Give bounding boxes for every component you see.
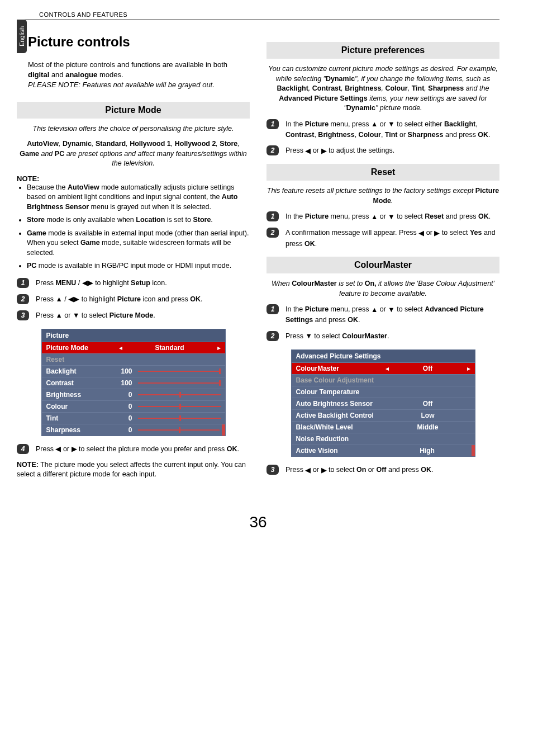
- down-arrow-icon: ▼: [73, 310, 79, 321]
- svg-text:2: 2: [21, 295, 25, 303]
- svg-text:1: 1: [271, 212, 275, 220]
- left-arrow-icon: ◀: [55, 444, 61, 455]
- left-column: Picture controls Most of the picture con…: [17, 34, 250, 485]
- intro-paragraph: Most of the picture controls and functio…: [28, 60, 250, 91]
- osd-row-contrast: Contrast100: [42, 377, 225, 389]
- scroll-down-indicator: [472, 445, 475, 456]
- down-arrow-icon: ▼: [388, 119, 394, 130]
- osd-row-active-backlight: Active Backlight ControlLow: [292, 409, 475, 421]
- osd-row-tint: Tint0: [42, 412, 225, 424]
- step-badge-1: 1: [17, 278, 29, 288]
- up-arrow-icon: ▲: [371, 119, 378, 130]
- picture-mode-tagline: This television offers the choice of per…: [17, 124, 250, 134]
- left-arrow-icon: ◀: [82, 278, 88, 289]
- right-arrow-icon: ▶: [434, 228, 440, 239]
- up-arrow-icon: ▲: [371, 305, 378, 315]
- note-item: Game mode is available in external input…: [27, 229, 250, 258]
- osd-row-backlight: Backlight100: [42, 365, 225, 377]
- osd-row-base-colour: Base Colour Adjustment: [292, 374, 475, 386]
- final-note: NOTE: The picture mode you select affect…: [17, 460, 250, 480]
- left-arrow-icon: ◂: [119, 344, 122, 352]
- right-arrow-icon: ▶: [72, 444, 77, 455]
- osd-row-active-vision: Active VisionHigh: [292, 445, 475, 456]
- colourmaster-heading: ColourMaster: [266, 257, 499, 273]
- down-arrow-icon: ▼: [388, 305, 394, 315]
- osd-row-sharpness: Sharpness0: [42, 424, 225, 436]
- svg-text:1: 1: [271, 120, 275, 128]
- note-item: Because the AutoView mode automatically …: [27, 183, 250, 212]
- up-arrow-icon: ▲: [55, 310, 62, 321]
- up-arrow-icon: ▲: [55, 294, 62, 305]
- prefs-step-2: 2 Press ◀ or ▶ to adjust the settings.: [266, 145, 499, 156]
- step-3: 3 Press ▲ or ▼ to select Picture Mode.: [17, 310, 250, 321]
- picture-mode-heading: Picture Mode: [17, 102, 250, 119]
- left-arrow-icon: ◀: [305, 465, 311, 476]
- left-arrow-icon: ◂: [386, 365, 389, 372]
- svg-text:2: 2: [270, 229, 275, 237]
- svg-text:4: 4: [21, 445, 25, 453]
- prefs-step-1: 1 In the Picture menu, press ▲ or ▼ to s…: [266, 119, 499, 140]
- step-badge-2: 2: [266, 145, 279, 155]
- osd-title: Picture: [42, 329, 225, 342]
- left-arrow-icon: ◀: [418, 228, 424, 239]
- note-label: NOTE:: [17, 174, 250, 183]
- picture-preferences-heading: Picture preferences: [266, 42, 499, 59]
- reset-desc: This feature resets all picture settings…: [266, 186, 499, 206]
- step-1: 1 Press MENU / ◀▶ to highlight Setup ico…: [17, 278, 250, 289]
- prefs-desc: You can customize current picture mode s…: [266, 64, 499, 114]
- osd-row-brightness: Brightness0: [42, 389, 225, 400]
- osd-title: Advanced Picture Settings: [292, 350, 475, 362]
- svg-text:2: 2: [270, 147, 275, 154]
- step-badge-1: 1: [266, 211, 279, 221]
- note-item: Store mode is only available when Locati…: [27, 215, 250, 225]
- step-badge-3: 3: [17, 310, 29, 320]
- cm-desc: When ColourMaster is set to On, it allow…: [266, 279, 499, 299]
- osd-row-auto-brightness: Auto Brightness SensorOff: [292, 398, 475, 409]
- step-badge-3: 3: [266, 465, 279, 475]
- step-4: 4 Press ◀ or ▶ to select the picture mod…: [17, 444, 250, 455]
- osd-row-black-white: Black/White LevelMiddle: [292, 421, 475, 433]
- svg-text:1: 1: [21, 279, 25, 287]
- notes-list: Because the AutoView mode automatically …: [27, 183, 250, 271]
- right-column: Picture preferences You can customize cu…: [266, 34, 499, 485]
- cm-step-1: 1 In the Picture menu, press ▲ or ▼ to s…: [266, 304, 499, 325]
- cm-step-3: 3 Press ◀ or ▶ to select On or Off and p…: [266, 465, 499, 475]
- left-arrow-icon: ◀: [305, 146, 311, 157]
- page-title: Picture controls: [28, 34, 250, 50]
- svg-text:2: 2: [270, 332, 275, 340]
- right-arrow-icon: ▶: [74, 294, 79, 305]
- osd-row-colour: Colour0: [42, 400, 225, 412]
- right-arrow-icon: ▶: [321, 465, 327, 476]
- osd-row-reset: Reset: [42, 353, 225, 365]
- step-badge-1: 1: [266, 119, 279, 129]
- svg-text:3: 3: [21, 311, 25, 319]
- reset-step-2: 2 A confirmation message will appear. Pr…: [266, 228, 499, 249]
- osd-row-noise-reduction: Noise Reduction: [292, 433, 475, 445]
- step-badge-1: 1: [266, 304, 279, 314]
- page-number: 36: [17, 513, 499, 531]
- language-tab: English: [17, 20, 27, 53]
- step-badge-2: 2: [266, 228, 279, 238]
- presets-text: AutoView, Dynamic, Standard, Hollywood 1…: [17, 139, 250, 169]
- left-arrow-icon: ◀: [68, 294, 74, 305]
- osd-row-colour-temp: Colour Temperature: [292, 386, 475, 398]
- reset-step-1: 1 In the Picture menu, press ▲ or ▼ to s…: [266, 211, 499, 222]
- right-arrow-icon: ▶: [321, 146, 327, 157]
- cm-step-2: 2 Press ▼ to select ColourMaster.: [266, 331, 499, 342]
- right-arrow-icon: ▸: [217, 344, 221, 352]
- right-arrow-icon: ▸: [467, 365, 470, 372]
- note-item: PC mode is available in RGB/PC input mod…: [27, 261, 250, 271]
- down-arrow-icon: ▼: [388, 212, 394, 223]
- svg-text:3: 3: [271, 466, 275, 474]
- scroll-down-indicator: [222, 424, 225, 436]
- step-badge-4: 4: [17, 444, 29, 454]
- down-arrow-icon: ▼: [305, 331, 312, 342]
- picture-osd: Picture Picture Mode ◂ Standard ▸ Reset …: [41, 329, 226, 436]
- page-header: CONTROLS AND FEATURES: [17, 11, 499, 20]
- reset-heading: Reset: [266, 164, 499, 181]
- advanced-picture-osd: Advanced Picture Settings ColourMaster ◂…: [291, 349, 475, 457]
- right-arrow-icon: ▶: [88, 278, 93, 289]
- osd-row-picture-mode: Picture Mode ◂ Standard ▸: [42, 342, 225, 353]
- osd-row-colourmaster: ColourMaster ◂ Off ▸: [292, 362, 475, 374]
- step-badge-2: 2: [266, 331, 279, 341]
